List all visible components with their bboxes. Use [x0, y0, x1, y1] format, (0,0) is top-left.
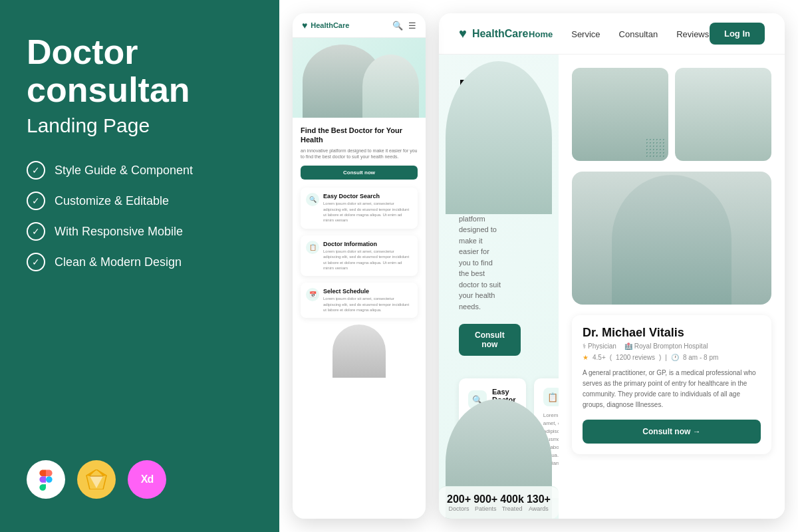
desktop-nav: ♥ HealthCare Home Service Consultan Revi… [439, 13, 785, 55]
hero-section: Find Doctors Near You Easily an Innovati… [439, 55, 559, 519]
doctor-image-right [675, 68, 771, 161]
feature-label-2: Customize & Editable [55, 194, 169, 208]
check-icon-2: ✓ [27, 192, 45, 210]
menu-icon[interactable]: ☰ [408, 21, 416, 31]
check-icon-4: ✓ [27, 253, 45, 271]
desktop-mockup: ♥ HealthCare Home Service Consultan Revi… [439, 13, 785, 519]
sketch-logo [77, 460, 116, 499]
stat-number-awards: 130+ [527, 493, 551, 505]
star-icon: ★ [583, 354, 589, 361]
sub-title: Landing Page [27, 114, 253, 137]
consult-button[interactable]: Consult now → [583, 420, 761, 444]
right-area: ♥ HealthCare 🔍 ☰ Find the Best Doctor fo… [279, 0, 798, 532]
mobile-feature-title-3: Select Schedule [323, 288, 412, 295]
desktop-body: Find Doctors Near You Easily an Innovati… [439, 55, 785, 519]
stat-label-patients: Patients [473, 505, 497, 512]
mobile-doctor-face [332, 325, 386, 378]
nav-home[interactable]: Home [529, 29, 553, 39]
stat-number-treated: 400k [500, 493, 524, 505]
hospital-icon: 🏥 [624, 342, 632, 350]
search-icon[interactable]: 🔍 [392, 21, 403, 31]
feature-item-2: ✓ Customize & Editable [27, 192, 253, 210]
mobile-logo-text: HealthCare [311, 21, 349, 29]
tool-logos: Xd [27, 460, 253, 499]
doctor-images-row [572, 68, 771, 161]
doctor-image-left [572, 68, 668, 161]
feature-label-1: Style Guide & Component [55, 164, 193, 178]
doctor-hours: 8 am - 8 pm [683, 354, 718, 361]
mobile-cta-button[interactable]: Consult now [301, 166, 418, 180]
heart-logo-icon: ♥ [459, 26, 467, 41]
mobile-feature-item-3: 📅 Select Schedule Lorem ipsum dolor sit … [301, 283, 418, 318]
stat-patients: 900+ Patients [473, 493, 497, 512]
info-feature-icon: 📋 [306, 241, 319, 254]
xd-logo: Xd [128, 460, 166, 499]
features-list: ✓ Style Guide & Component ✓ Customize & … [27, 161, 253, 271]
mobile-content: Find the Best Doctor for Your Health an … [293, 118, 426, 519]
hero-desc: an Innovative platform designed to make … [459, 202, 503, 312]
feature-label-4: Clean & Modern Design [55, 255, 182, 269]
specialty-icon: ⚕ [583, 342, 586, 350]
stat-label-treated: Treated [500, 505, 524, 512]
heart-icon: ♥ [302, 20, 307, 31]
doctor-center-image [572, 172, 771, 305]
login-button[interactable]: Log In [710, 23, 765, 45]
rating-value: 4.5+ [593, 354, 606, 361]
mobile-header: ♥ HealthCare 🔍 ☰ [293, 13, 426, 38]
nav-reviews[interactable]: Reviews [676, 29, 709, 39]
feature-item-4: ✓ Clean & Modern Design [27, 253, 253, 271]
hero-cta-button[interactable]: Consult now [459, 324, 521, 356]
stat-number-patients: 900+ [473, 493, 497, 505]
stat-label-awards: Awards [527, 505, 551, 512]
mobile-feature-item-2: 📋 Doctor Information Lorem ipsum dolor s… [301, 235, 418, 277]
right-doctor-panel: Dr. Michael Vitalis ⚕ Physician 🏥 Royal … [559, 55, 785, 519]
schedule-feature-icon: 📅 [306, 288, 319, 301]
stat-awards: 130+ Awards [527, 493, 551, 512]
mobile-hero [293, 38, 426, 118]
stat-doctors: 200+ Doctors [447, 493, 471, 512]
mobile-feature-desc-2: Lorem ipsum dolor sit amet, consectetur … [323, 249, 412, 271]
desktop-logo-text: HealthCare [472, 28, 528, 40]
check-icon-1: ✓ [27, 161, 45, 180]
separator: | [665, 354, 667, 361]
stat-number-doctors: 200+ [447, 493, 471, 505]
doctor-description: A general practitioner, or GP, is a medi… [583, 368, 761, 410]
search-feature-icon: 🔍 [306, 193, 319, 206]
doctor-rating: ★ 4.5+ (1200 reviews) | 🕐 8 am - 8 pm [583, 354, 761, 361]
mobile-feature-desc-3: Lorem ipsum dolor sit amet, consectetur … [323, 296, 412, 313]
mobile-feature-desc-1: Lorem ipsum dolor sit amet, consectetur … [323, 201, 412, 223]
stats-row: 200+ Doctors 900+ Patients 400k Treated … [439, 486, 559, 519]
stat-treated: 400k Treated [500, 493, 524, 512]
main-title: Doctor consultan [27, 33, 253, 109]
figma-logo [27, 460, 65, 499]
mobile-mockup: ♥ HealthCare 🔍 ☰ Find the Best Doctor fo… [293, 13, 426, 519]
doctor-name: Dr. Michael Vitalis [583, 326, 761, 340]
mobile-logo: ♥ HealthCare [302, 20, 349, 31]
desktop-logo: ♥ HealthCare [459, 26, 528, 41]
left-panel: Doctor consultan Landing Page ✓ Style Gu… [0, 0, 279, 532]
feature-label-3: With Responsive Mobile [55, 225, 183, 239]
mobile-feature-title-2: Doctor Information [323, 241, 412, 247]
stat-label-doctors: Doctors [447, 505, 471, 512]
nav-service[interactable]: Service [571, 29, 600, 39]
nav-consultan[interactable]: Consultan [619, 29, 658, 39]
mobile-nav-icons: 🔍 ☰ [392, 21, 416, 31]
doctor-meta: ⚕ Physician 🏥 Royal Brompton Hospital [583, 342, 761, 350]
doctor-specialty: ⚕ Physician [583, 342, 616, 350]
feature-item-1: ✓ Style Guide & Component [27, 161, 253, 180]
mobile-feature-item-1: 🔍 Easy Doctor Search Lorem ipsum dolor s… [301, 188, 418, 229]
nav-links: Home Service Consultan Reviews [529, 28, 709, 40]
clock-icon: 🕐 [671, 354, 679, 361]
reviews-count: ( [610, 354, 612, 361]
check-icon-3: ✓ [27, 222, 45, 241]
feature-item-3: ✓ With Responsive Mobile [27, 222, 253, 241]
doctor-info-card: Dr. Michael Vitalis ⚕ Physician 🏥 Royal … [572, 315, 771, 454]
mobile-hero-heading: Find the Best Doctor for Your Health [301, 126, 418, 145]
mobile-feature-title-1: Easy Doctor Search [323, 193, 412, 200]
doctor-hospital: 🏥 Royal Brompton Hospital [624, 342, 708, 350]
mobile-hero-desc: an innovative platform designed to make … [301, 148, 418, 161]
